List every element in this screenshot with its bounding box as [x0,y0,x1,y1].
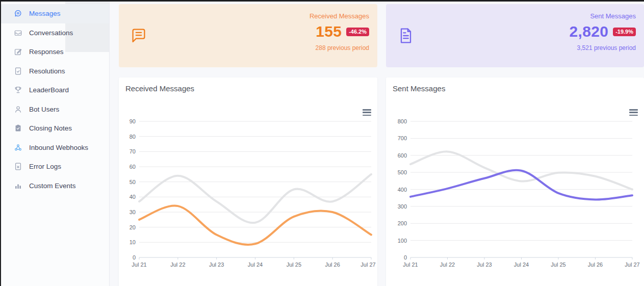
window-edge-left [0,0,1,286]
dashboard-app: MessagesConversationsResponsesResolution… [0,0,644,286]
svg-text:Jul 24: Jul 24 [248,262,263,268]
stat-title: Sent Messages [590,12,636,20]
svg-text:Jul 27: Jul 27 [360,262,375,268]
sidebar-item-label: Bot Users [29,106,59,113]
sidebar: MessagesConversationsResponsesResolution… [0,0,110,286]
svg-text:500: 500 [398,169,407,175]
clipboard-icon [14,124,22,133]
svg-text:400: 400 [398,187,407,193]
sent-messages-stat-card: Sent Messages 2,820 -19.9% 3,521 previou… [386,4,644,67]
svg-text:800: 800 [398,118,407,124]
user-icon [14,105,22,114]
bar-chart-icon [14,181,22,190]
edit-icon [14,47,22,56]
svg-text:20: 20 [130,224,136,230]
sidebar-item-label: Error Logs [29,163,61,170]
doc-check-icon [14,67,22,75]
chat-icon [14,9,22,18]
svg-text:40: 40 [130,194,136,200]
svg-text:300: 300 [398,203,407,210]
chat-bubble-icon [129,26,148,45]
sidebar-item-conversations[interactable]: Conversations [0,23,109,43]
svg-text:Jul 25: Jul 25 [287,262,301,268]
main-content: Received Messages 155 -46.2% 288 previou… [110,0,644,286]
sidebar-item-inbound-webhooks[interactable]: Inbound Webhooks [0,138,109,158]
sidebar-item-label: Inbound Webhooks [29,144,88,151]
svg-text:0: 0 [133,254,136,261]
received-messages-chart-canvas: 0102030405060708090Jul 21Jul 22Jul 23Jul… [119,77,377,286]
stat-value: 2,820 [570,24,609,39]
svg-text:90: 90 [130,118,136,124]
svg-text:Jul 22: Jul 22 [440,262,455,268]
inbox-icon [14,29,22,37]
doc-x-icon [14,162,22,171]
svg-text:Jul 22: Jul 22 [170,262,185,268]
svg-text:Jul 23: Jul 23 [209,262,224,268]
sidebar-item-closing-notes[interactable]: Closing Notes [0,119,109,138]
svg-text:60: 60 [130,164,136,170]
previous-period-text: 3,521 previous period [577,44,636,51]
sidebar-item-label: Custom Events [29,182,76,190]
webhook-icon [14,143,22,152]
svg-text:0: 0 [404,254,407,261]
svg-text:700: 700 [398,135,407,141]
svg-text:Jul 26: Jul 26 [588,262,603,268]
sidebar-item-label: Closing Notes [29,124,72,132]
sidebar-item-label: Resolutions [29,67,65,75]
sent-messages-chart-card: Sent Messages 0100200300400500600700800J… [386,77,644,286]
received-messages-stat-card: Received Messages 155 -46.2% 288 previou… [119,4,377,67]
sidebar-item-responses[interactable]: Responses [0,42,109,62]
svg-text:70: 70 [130,148,136,154]
stat-value: 155 [316,24,342,39]
svg-text:Jul 21: Jul 21 [403,262,418,268]
window-edge-top [0,0,644,2]
sidebar-item-custom-events[interactable]: Custom Events [0,176,109,196]
received-messages-chart-card: Received Messages 0102030405060708090Jul… [119,77,377,286]
sidebar-item-label: Conversations [29,29,73,37]
svg-text:Jul 27: Jul 27 [625,262,639,268]
sidebar-item-messages[interactable]: Messages [0,4,109,23]
change-badge: -19.9% [613,28,636,36]
svg-text:Jul 26: Jul 26 [325,262,340,268]
svg-text:Jul 23: Jul 23 [477,262,492,268]
sidebar-item-bot-users[interactable]: Bot Users [0,100,109,119]
document-icon [396,26,416,45]
svg-text:200: 200 [398,220,407,226]
sidebar-item-error-logs[interactable]: Error Logs [0,157,109,176]
svg-text:50: 50 [130,179,136,185]
sidebar-item-label: Messages [29,10,61,17]
svg-text:Jul 25: Jul 25 [551,262,565,268]
trophy-icon [14,86,22,94]
svg-text:Jul 21: Jul 21 [132,262,146,268]
stat-title: Received Messages [310,12,369,20]
sidebar-item-label: Responses [29,48,64,56]
svg-text:100: 100 [398,238,407,244]
svg-text:30: 30 [130,209,136,215]
svg-text:Jul 24: Jul 24 [514,262,529,268]
svg-text:80: 80 [130,134,136,140]
change-badge: -46.2% [346,28,369,36]
svg-text:600: 600 [398,152,407,159]
sidebar-nav: MessagesConversationsResponsesResolution… [0,4,109,195]
previous-period-text: 288 previous period [316,44,369,51]
sidebar-item-label: LeaderBoard [29,86,69,94]
sidebar-item-resolutions[interactable]: Resolutions [0,62,109,81]
sidebar-item-leaderboard[interactable]: LeaderBoard [0,81,109,100]
svg-text:10: 10 [130,239,136,245]
sent-messages-chart-canvas: 0100200300400500600700800Jul 21Jul 22Jul… [386,77,644,286]
